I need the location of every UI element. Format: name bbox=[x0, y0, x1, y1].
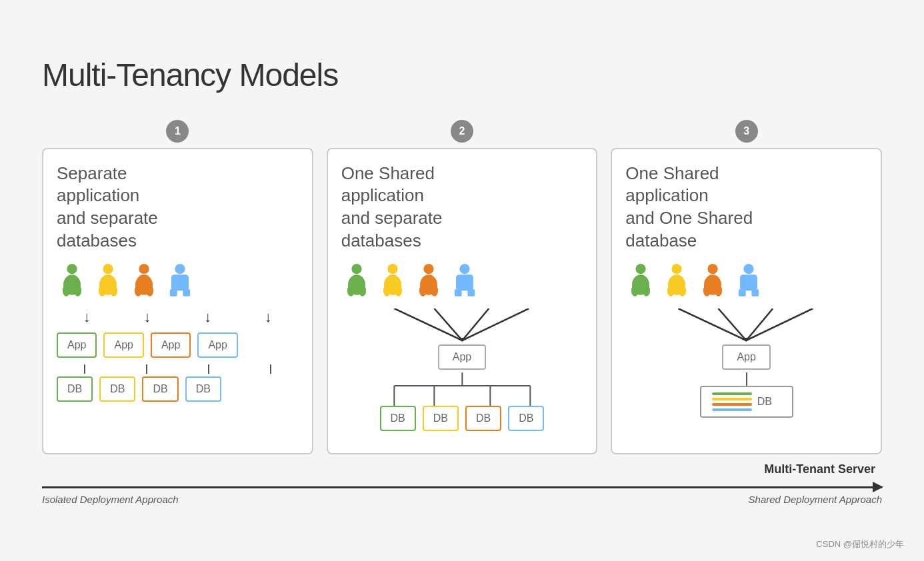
labels-row: Isolated Deployment Approach Shared Depl… bbox=[42, 494, 882, 505]
svg-line-61 bbox=[719, 308, 747, 340]
badge-3: 3 bbox=[735, 120, 758, 143]
model-1-figures bbox=[57, 263, 299, 298]
svg-line-59 bbox=[679, 308, 747, 340]
app-db-connector-3 bbox=[746, 372, 747, 386]
model-1-title: Separate application and separate databa… bbox=[57, 163, 299, 253]
svg-point-2 bbox=[63, 284, 70, 296]
svg-point-19 bbox=[359, 284, 366, 296]
model-1-card: Separate application and separate databa… bbox=[42, 148, 313, 454]
svg-point-3 bbox=[74, 284, 81, 296]
axis-container: Multi-Tenant Server bbox=[42, 480, 882, 488]
isolated-label: Isolated Deployment Approach bbox=[42, 494, 179, 505]
svg-rect-58 bbox=[752, 289, 759, 296]
model-1-arrows: ↓ ↓ ↓ ↓ bbox=[57, 308, 299, 326]
model-3-app: App bbox=[722, 344, 770, 370]
axis-arrowhead bbox=[873, 482, 883, 492]
model-2-converge bbox=[341, 308, 583, 344]
figure-green-1 bbox=[57, 263, 87, 298]
app-box-yellow: App bbox=[103, 332, 143, 358]
svg-rect-30 bbox=[455, 289, 462, 296]
svg-rect-56 bbox=[740, 275, 757, 290]
db-box-blue: DB bbox=[185, 376, 221, 402]
model-1-wrapper: 1 Separate application and separate data… bbox=[42, 120, 313, 454]
svg-point-26 bbox=[419, 284, 427, 296]
tree-svg bbox=[341, 372, 583, 406]
svg-line-62 bbox=[747, 308, 773, 340]
model-1-apps: App App App App bbox=[57, 332, 299, 358]
model-2-card: One Shared application and separate data… bbox=[327, 148, 598, 454]
db-box-green: DB bbox=[57, 376, 93, 402]
arrow-1: ↓ bbox=[83, 308, 91, 326]
svg-point-54 bbox=[715, 284, 723, 296]
shared-db-box: DB bbox=[700, 386, 793, 418]
figure-green-2 bbox=[341, 263, 372, 298]
model-1-connectors bbox=[57, 364, 299, 374]
svg-point-47 bbox=[672, 264, 682, 274]
svg-point-53 bbox=[703, 284, 711, 296]
stripe-yellow bbox=[712, 398, 752, 400]
svg-line-35 bbox=[462, 308, 489, 340]
model-1-dbs: DB DB DB DB bbox=[57, 376, 299, 402]
figure-blue-1 bbox=[165, 263, 195, 298]
db-box-2-green: DB bbox=[380, 406, 416, 431]
model-3-converge bbox=[625, 308, 867, 344]
model-3-wrapper: 3 One Shared application and One Shared … bbox=[611, 120, 882, 454]
app-box-orange: App bbox=[151, 332, 191, 358]
model-3-inner: App DB bbox=[625, 344, 867, 418]
svg-rect-13 bbox=[171, 275, 189, 290]
stripe-blue bbox=[712, 408, 752, 411]
db-box-2-blue: DB bbox=[508, 406, 544, 431]
cards-row: 1 Separate application and separate data… bbox=[42, 120, 882, 454]
model-2-title: One Shared application and separate data… bbox=[341, 163, 583, 253]
svg-line-32 bbox=[394, 308, 462, 340]
figure-blue-3 bbox=[733, 263, 764, 298]
svg-rect-15 bbox=[183, 289, 190, 296]
converge-arrows-svg-3 bbox=[625, 308, 867, 342]
svg-point-46 bbox=[643, 284, 651, 296]
svg-line-36 bbox=[462, 308, 529, 340]
svg-point-8 bbox=[139, 264, 149, 274]
svg-rect-14 bbox=[170, 289, 177, 296]
app-box-green: App bbox=[57, 332, 97, 358]
figure-green-3 bbox=[625, 263, 656, 298]
figure-orange-3 bbox=[697, 263, 728, 298]
model-2-dbs: DB DB DB DB bbox=[380, 406, 545, 431]
svg-line-34 bbox=[434, 308, 462, 340]
arrow-4: ↓ bbox=[265, 308, 272, 326]
svg-point-7 bbox=[110, 284, 117, 296]
shared-db-label: DB bbox=[757, 396, 772, 408]
credit-text: CSDN @倔悦村的少年 bbox=[816, 538, 904, 550]
svg-point-43 bbox=[636, 264, 646, 274]
svg-line-63 bbox=[747, 308, 813, 340]
svg-point-51 bbox=[708, 264, 718, 274]
svg-point-55 bbox=[744, 264, 754, 274]
svg-point-6 bbox=[99, 284, 106, 296]
model-3-title: One Shared application and One Shared da… bbox=[625, 163, 867, 253]
models-area: 1 Separate application and separate data… bbox=[42, 120, 882, 505]
converge-arrows-svg bbox=[341, 308, 583, 342]
figure-orange-1 bbox=[129, 263, 159, 298]
svg-rect-29 bbox=[456, 275, 473, 290]
svg-point-0 bbox=[67, 264, 77, 274]
figure-yellow-3 bbox=[661, 263, 692, 298]
badge-1: 1 bbox=[166, 120, 189, 143]
figure-blue-2 bbox=[449, 263, 480, 298]
svg-point-11 bbox=[146, 284, 153, 296]
svg-point-10 bbox=[135, 284, 142, 296]
svg-rect-57 bbox=[739, 289, 746, 296]
model-2-wrapper: 2 One Shared application and separate da… bbox=[327, 120, 598, 454]
db-stripes bbox=[712, 392, 752, 411]
axis-label: Multi-Tenant Server bbox=[764, 462, 875, 476]
model-3-figures bbox=[625, 263, 867, 298]
svg-point-20 bbox=[387, 264, 397, 274]
app-box-blue: App bbox=[197, 332, 237, 358]
arrow-2: ↓ bbox=[143, 308, 151, 326]
stripe-green bbox=[712, 392, 752, 395]
svg-point-50 bbox=[679, 284, 687, 296]
main-container: Multi-Tenancy Models 1 Separate applicat… bbox=[15, 37, 909, 525]
svg-point-28 bbox=[459, 264, 469, 274]
badge-2: 2 bbox=[451, 120, 473, 143]
svg-rect-31 bbox=[467, 289, 475, 296]
bottom-section: Multi-Tenant Server Isolated Deployment … bbox=[42, 468, 882, 505]
db-box-2-yellow: DB bbox=[423, 406, 459, 431]
